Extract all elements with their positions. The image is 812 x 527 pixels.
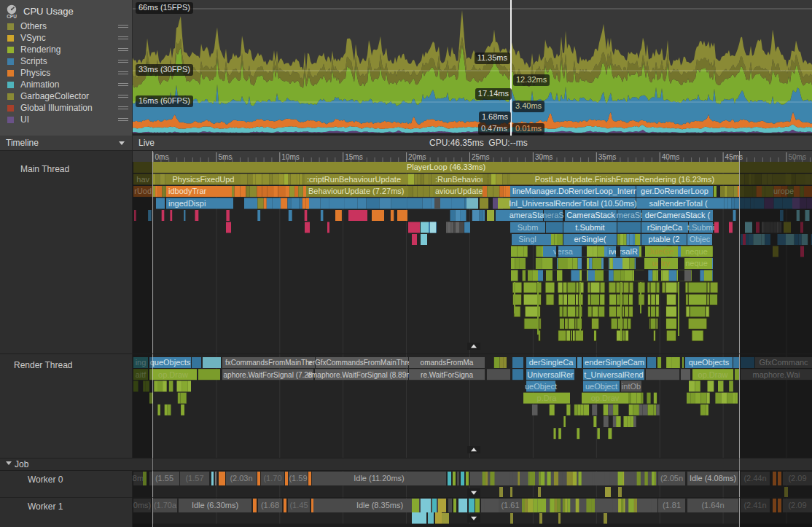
svg-text:(1.61: (1.61 (501, 501, 519, 510)
svg-text:(1.68: (1.68 (261, 501, 279, 510)
svg-text:5ms: 5ms (218, 153, 232, 161)
svg-text:Idle (8.35ms): Idle (8.35ms) (356, 501, 403, 510)
svg-text:UniversalRer: UniversalRer (527, 370, 574, 379)
svg-text:intOb: intOb (622, 382, 641, 391)
svg-text:Singl: Singl (518, 235, 536, 243)
svg-text:(2.05n: (2.05n (660, 474, 683, 483)
svg-text:t.Submi: t.Submi (687, 223, 714, 232)
svg-text:40ms: 40ms (662, 153, 679, 161)
svg-text:aphore.WaitForSignal (7.28: aphore.WaitForSignal (7.28 (224, 371, 313, 379)
svg-text:rSingleCa: rSingleCa (647, 223, 683, 232)
svg-text:queObjects: queObjects (150, 358, 191, 367)
svg-text:emaphore.WaitForSignal (8.89ms: emaphore.WaitForSignal (8.89ms (307, 371, 415, 379)
svg-text:neque: neque (685, 259, 708, 268)
svg-text:t.Submit: t.Submit (575, 223, 604, 232)
svg-text:enderSingleCam: enderSingleCam (585, 358, 644, 367)
svg-text:(1.57: (1.57 (185, 474, 203, 483)
svg-text:25ms: 25ms (472, 153, 489, 161)
svg-text:ger.DoRenderLoop: ger.DoRenderLoop (641, 187, 708, 195)
svg-text:(2.03n: (2.03n (230, 474, 252, 483)
svg-text:p.Dra: p.Dra (537, 394, 558, 402)
svg-text:15ms: 15ms (345, 153, 362, 161)
svg-text:PostLateUpdate.FinishFrameRend: PostLateUpdate.FinishFrameRendering (16.… (535, 175, 714, 184)
svg-text::criptRunBehaviourUpdate: :criptRunBehaviourUpdate (307, 175, 401, 184)
svg-text:Idle (11.20ms): Idle (11.20ms) (354, 474, 405, 483)
svg-text:(1.70a: (1.70a (154, 501, 177, 510)
svg-text:idbodyTrar: idbodyTrar (168, 187, 207, 195)
svg-text:(1.45: (1.45 (289, 501, 308, 510)
svg-text:op.Draw: op.Draw (698, 370, 728, 379)
svg-text:20ms: 20ms (408, 153, 426, 161)
svg-text:(1.70: (1.70 (263, 474, 281, 483)
svg-text:(1.64n: (1.64n (701, 501, 724, 510)
svg-text:omandsFromMa: omandsFromMa (421, 359, 474, 367)
svg-text:(1.81: (1.81 (663, 501, 681, 510)
svg-text:neraS: neraS (542, 211, 563, 219)
svg-text:BehaviourUpdate (7.27ms): BehaviourUpdate (7.27ms) (308, 187, 404, 195)
svg-text:ueObject: ueObject (585, 382, 617, 391)
svg-text:erSingle(: erSingle( (574, 235, 606, 243)
svg-text:Subm: Subm (518, 223, 539, 232)
svg-text:0ms: 0ms (155, 153, 169, 161)
svg-text:Idle (4.08ms): Idle (4.08ms) (690, 474, 736, 483)
svg-text:uetry: uetry (652, 259, 671, 268)
svg-text:50ms: 50ms (789, 153, 806, 161)
svg-text::RunBehaviour: :RunBehaviour (435, 175, 488, 184)
svg-text:op.Draw: op.Draw (158, 370, 188, 379)
svg-text:lineManager.DoRenderLoop_Inter: lineManager.DoRenderLoop_Internal( (512, 187, 647, 195)
svg-text:queObjects: queObjects (689, 358, 730, 367)
svg-text:re.WaitForSigna: re.WaitForSigna (421, 371, 473, 379)
svg-text:CPU: CPU (7, 14, 17, 19)
svg-text:erGfxCommandsFromMainThrea: erGfxCommandsFromMainThrea (308, 359, 415, 367)
svg-text:Idle (6.30ms): Idle (6.30ms) (192, 501, 238, 510)
svg-text:35ms: 35ms (598, 153, 616, 161)
svg-text:ptable (2: ptable (2 (649, 235, 680, 243)
svg-text:PhysicsFixedUpd: PhysicsFixedUpd (173, 175, 235, 184)
svg-text:Inl_UniversalRenderTotal (10.5: Inl_UniversalRenderTotal (10.50ms) (509, 199, 636, 208)
svg-text:JuleGe: JuleGe (649, 247, 674, 256)
svg-text:op.Drav: op.Drav (591, 394, 620, 402)
svg-text:(1.55: (1.55 (155, 474, 173, 483)
svg-text:iversalR: iversalR (609, 247, 638, 256)
svg-text:45ms: 45ms (725, 153, 743, 161)
svg-text:aviourUpdate: aviourUpdate (435, 187, 483, 195)
svg-text:CameraStack: CameraStack (566, 211, 615, 219)
svg-text:10ms: 10ms (281, 153, 299, 161)
svg-text:derCameraStack (: derCameraStack ( (645, 211, 711, 219)
svg-text:salRenderTotal (: salRenderTotal ( (649, 199, 707, 208)
svg-text:ueObject: ueObject (525, 382, 557, 391)
svg-text:t_UniversalRend: t_UniversalRend (584, 370, 643, 379)
svg-text:fxCommandsFromMainThr: fxCommandsFromMainThr (225, 359, 313, 367)
svg-text:ameraSta: ameraSta (510, 211, 545, 219)
svg-text:ingedDispi: ingedDispi (168, 199, 206, 208)
svg-text:(1.59: (1.59 (289, 474, 307, 483)
svg-text:derSingleCa: derSingleCa (529, 358, 574, 367)
svg-text:neque: neque (685, 247, 708, 256)
svg-text:PlayerLoop (46.33ms): PlayerLoop (46.33ms) (407, 163, 485, 171)
svg-text:30ms: 30ms (535, 153, 553, 161)
svg-text:meraSt: meraSt (617, 211, 642, 219)
svg-text:Objec: Objec (690, 235, 711, 243)
